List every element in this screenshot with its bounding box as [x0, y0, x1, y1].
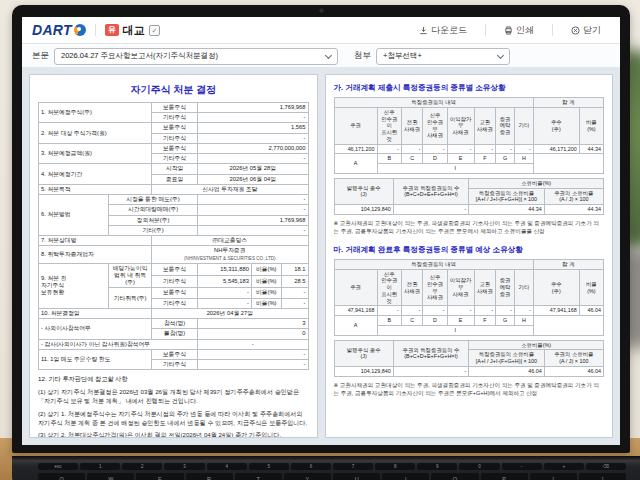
table-row: 2. 처분 대상 주식가격(원)보통주식1,565: [39, 123, 309, 133]
table-cell: 46.04: [579, 306, 603, 316]
table-cell: 종료일: [152, 174, 198, 184]
table-cell: 특정증권등의 내역: [334, 98, 533, 108]
table-cell: 신주인수권부사채권: [423, 107, 447, 144]
table-cell: 기타주식: [152, 113, 198, 123]
table-cell: -: [423, 306, 447, 316]
table-cell: 주수(주): [533, 107, 579, 144]
table-cell: 비율(%): [251, 288, 281, 298]
table-cell: 참석(명): [152, 319, 198, 329]
table-row: 5. 처분목적신사업 투자재원 조달: [39, 184, 309, 194]
table-cell: - 감사(사외이사가 아닌 감사위원)참석여부: [39, 339, 198, 349]
table-cell: [533, 316, 603, 336]
close-label: 닫기: [583, 24, 601, 37]
table-cell: E: [447, 154, 474, 164]
table-cell: 비율(%): [251, 263, 281, 275]
table-cell: 소유비율(%): [469, 178, 604, 188]
left-document-page: 자기주식 처분 결정 1. 처분예정주식(주)보통주식1,769,968기타주식…: [29, 74, 318, 438]
table-cell: 주권의 소유비율(A / J) × 100: [544, 350, 603, 367]
toolbar-actions: 다운로드 인쇄 닫기: [410, 24, 610, 37]
table-cell: [533, 154, 603, 174]
table-cell: -: [197, 205, 308, 215]
ownership-ratio-table: 발행주식 총수(J)주권외 특정증권등의 수(B+C+D+E+F+G+H=I)소…: [334, 340, 605, 377]
close-button[interactable]: 닫기: [562, 24, 610, 37]
table-cell: H: [515, 316, 534, 326]
table-cell: 주권: [334, 269, 377, 306]
keyboard-key: R: [186, 473, 233, 480]
download-button[interactable]: 다운로드: [410, 24, 476, 37]
table-row: 특정증권등의 내역합 계: [334, 98, 604, 108]
table-cell: 1. 처분예정주식(주): [39, 103, 152, 123]
keyboard-number-row: esc1234567890-+⌫: [12, 460, 640, 470]
table-cell: 44.34: [544, 205, 603, 215]
table-cell: 신사업 투자재원 조달: [152, 184, 308, 194]
table-cell: 7. 처분상대방: [39, 236, 152, 246]
table-cell: 주권외 특정증권등의 수(B+C+D+E+F+G+H=I): [393, 340, 468, 366]
table-cell: -: [401, 306, 423, 316]
table-cell: 9. 처분 전자기주식보유현황: [39, 263, 109, 308]
table-cell: 주권: [334, 107, 377, 144]
table-cell: 10. 처분결정일: [39, 308, 152, 318]
table-cell: 46,171,200: [334, 144, 377, 154]
table-cell: C: [401, 316, 423, 326]
holdings-by-type-table: 특정증권등의 내역합 계주권신주인수권이표시된것전환사채권신주인수권부사채권이익…: [334, 259, 605, 336]
table-row: 발행주식 총수(J)주권외 특정증권등의 수(B+C+D+E+F+G+H=I)소…: [334, 340, 604, 350]
table-cell: 3: [197, 319, 308, 329]
table-cell: -: [281, 298, 308, 308]
dart-logo-swirl-icon: [74, 24, 86, 36]
company-check-icon[interactable]: ✓: [149, 25, 160, 36]
table-cell: F: [474, 154, 496, 164]
table-cell: 46.04: [469, 366, 544, 376]
table-row: 11. 1일 매도 주문수량 한도보통주식-: [39, 349, 309, 359]
table-cell: 46.04: [544, 366, 603, 376]
print-button[interactable]: 인쇄: [495, 24, 543, 37]
table-cell: 기타주식: [152, 276, 198, 288]
table-cell: 28.5: [281, 276, 308, 288]
table-cell: B: [377, 154, 401, 164]
table-cell: -: [281, 288, 308, 298]
table-cell: 3. 처분예정금액(원): [39, 143, 152, 163]
table-cell: 2,770,000,000: [197, 143, 308, 153]
dart-logo[interactable]: DART: [32, 22, 86, 38]
table-cell: 104,129,840: [334, 366, 393, 376]
toolbar-divider: [485, 24, 486, 36]
table-cell: 1,769,968: [197, 103, 308, 113]
company-name: 대교: [123, 23, 145, 38]
table-row: 3. 처분예정금액(원)보통주식2,770,000,000: [39, 143, 309, 153]
dart-viewer-window: DART 유 대교 ✓ 다운로드 인쇄: [22, 17, 620, 445]
table-cell: 기타주식: [152, 298, 198, 308]
keyboard-key: 2: [122, 463, 162, 470]
note-paragraph: (3) 상기 2. 처분대상주식가격(원)은 이사회 결의 전일(2026년 0…: [38, 430, 309, 438]
table-row: 7. 처분상대방㈜대교홀딩스: [39, 236, 309, 246]
table-cell: 2. 처분 대상 주식가격(원): [39, 123, 152, 143]
holdings-by-type-table: 특정증권등의 내역합 계주권신주인수권이표시된것전환사채권신주인수권부사채권이익…: [334, 97, 605, 174]
table-cell: 기타: [515, 269, 534, 306]
table-cell: 배당가능이익범위 내 취득(주): [109, 263, 152, 288]
dart-logo-text: DART: [32, 22, 72, 38]
keyboard-key: U: [333, 473, 380, 480]
table-row: 특정증권등의 내역합 계: [334, 259, 604, 269]
table-cell: 시간외대량매매(주): [109, 205, 198, 215]
table-cell: 불참(명): [152, 329, 198, 339]
table-cell: 5. 처분목적: [39, 184, 152, 194]
table-cell: 보통주식: [152, 143, 198, 153]
table-cell: 44.34: [469, 205, 544, 215]
doc-select[interactable]: 2026.04.27 주요사항보고서(자기주식처분결정): [54, 48, 338, 65]
laptop-display: DART 유 대교 ✓ 다운로드 인쇄: [12, 5, 630, 453]
table-cell: 비율(%): [579, 107, 603, 144]
table-row: - 감사(사외이사가 아닌 감사위원)참석여부-: [39, 339, 309, 349]
table-cell: -: [515, 144, 534, 154]
market-type-badge: 유: [105, 24, 119, 36]
note-paragraph: (2) 상기 1. 처분예정주식수는 자기주식 처분시점의 주가 변동 등에 따…: [38, 409, 309, 427]
attachment-select[interactable]: +첨부선택+: [376, 48, 510, 65]
printer-icon: [504, 26, 513, 35]
table-cell: 주권의 소유비율(A / J) × 100: [544, 188, 603, 205]
close-icon: [571, 26, 580, 35]
table-cell: 이익참가부사채권: [447, 107, 474, 144]
table-cell: 발행주식 총수(J): [334, 178, 393, 204]
item-12-heading: 12. 기타 투자판단에 참고할 사항: [38, 375, 309, 384]
table-cell: 1,769,968: [197, 215, 308, 225]
table-cell: 교환사채권: [474, 107, 496, 144]
table-row: 6. 처분방법시장을 통한 매도(주)-: [39, 195, 309, 205]
right-document-page: 가. 거래계획 제출시 특정증권등의 종류별 소유상황 특정증권등의 내역합 계…: [325, 74, 614, 438]
toolbar-divider: [552, 24, 553, 36]
